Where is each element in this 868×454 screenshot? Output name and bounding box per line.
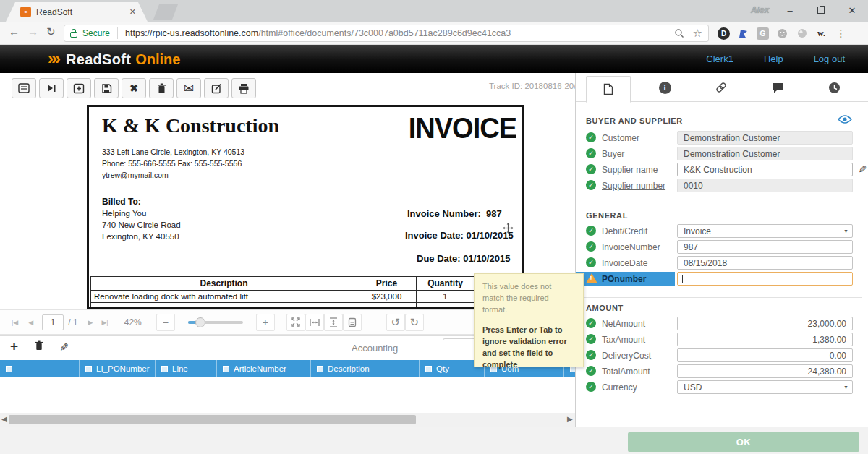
- col-checkbox[interactable]: [223, 366, 229, 372]
- tab-history[interactable]: [812, 73, 856, 102]
- zoom-icon[interactable]: [674, 28, 684, 38]
- supplier-name-field[interactable]: K&K Construction: [677, 163, 853, 176]
- ok-button[interactable]: OK: [628, 432, 859, 452]
- text-caret: [682, 275, 683, 283]
- col-checkbox[interactable]: [317, 366, 323, 372]
- tab-document-fields[interactable]: [586, 76, 631, 103]
- field-row-invoice-date: ✓ InvoiceDate 08/15/2018: [576, 256, 868, 270]
- edit-line-button[interactable]: ✎: [57, 343, 70, 352]
- extension-sphere-icon[interactable]: [796, 27, 808, 40]
- supplier-number-field[interactable]: 0010: [677, 179, 853, 192]
- invoice-number-field[interactable]: 987: [677, 240, 853, 254]
- scroll-left-arrow[interactable]: ◀: [1, 415, 7, 423]
- field-label-supplier-number[interactable]: Supplier number: [602, 181, 665, 191]
- invoice-line-table: Description Price Quantity Renovate load…: [90, 276, 522, 309]
- grid-col-description[interactable]: Description: [311, 360, 420, 377]
- col-checkbox[interactable]: [425, 366, 432, 372]
- page-number-input[interactable]: 1: [42, 314, 64, 330]
- extension-smiley-icon[interactable]: [776, 27, 788, 40]
- prev-page-button[interactable]: ◀: [28, 319, 33, 326]
- nav-help-link[interactable]: Help: [764, 53, 783, 64]
- currency-dropdown[interactable]: USD: [677, 380, 853, 394]
- tab-close-icon[interactable]: ✕: [129, 7, 136, 17]
- debit-credit-dropdown[interactable]: Invoice: [677, 224, 853, 238]
- scrollbar-thumb[interactable]: [9, 415, 416, 424]
- tab-attachments[interactable]: [699, 73, 744, 102]
- grid-col-articlenumber[interactable]: ArticleNumber: [217, 360, 311, 377]
- zoom-slider-thumb[interactable]: [195, 317, 205, 327]
- zoom-in-button[interactable]: +: [256, 314, 275, 331]
- bookmark-star-icon[interactable]: ☆: [693, 27, 702, 40]
- logo-chevrons-icon: ›››: [48, 50, 59, 67]
- field-row-total-amount: ✓ TotalAmount 24,380.00: [576, 364, 868, 378]
- nav-logout-link[interactable]: Log out: [814, 53, 845, 64]
- window-close-button[interactable]: ✕: [838, 0, 867, 20]
- batch-list-button[interactable]: [12, 78, 36, 98]
- net-amount-field[interactable]: 23,000.00: [677, 317, 853, 330]
- browser-menu-icon[interactable]: ⋮: [835, 27, 847, 40]
- zoom-slider[interactable]: [188, 321, 243, 324]
- extension-flag-icon[interactable]: [737, 27, 749, 40]
- last-page-button[interactable]: ▶|: [101, 319, 108, 326]
- grid-col-li-ponumber[interactable]: LI_PONumber: [80, 360, 156, 377]
- zoom-out-button[interactable]: −: [156, 314, 175, 331]
- window-restore-button[interactable]: [807, 0, 835, 20]
- readsoft-logo: ››› ReadSoft Online: [48, 50, 180, 68]
- window-minimize-button[interactable]: –: [775, 0, 804, 20]
- extension-w-icon[interactable]: w.: [815, 27, 827, 40]
- add-line-button[interactable]: +: [10, 338, 18, 354]
- forward-button[interactable]: →: [27, 25, 38, 38]
- line-items-grid-body[interactable]: [0, 377, 575, 413]
- rotate-right-button[interactable]: ↻: [405, 314, 424, 331]
- extension-d-icon[interactable]: D: [718, 27, 730, 40]
- add-page-button[interactable]: [67, 78, 91, 98]
- scroll-right-arrow[interactable]: ▶: [567, 415, 573, 423]
- fit-page-button[interactable]: [286, 314, 305, 331]
- col-checkbox[interactable]: [85, 366, 92, 372]
- next-page-button[interactable]: ▶: [88, 319, 93, 326]
- accounting-tab[interactable]: Accounting: [352, 343, 398, 354]
- rotate-left-button[interactable]: ↺: [386, 314, 405, 331]
- field-label-supplier-name[interactable]: Supplier name: [602, 165, 658, 175]
- col-checkbox[interactable]: [161, 366, 168, 372]
- tab-info[interactable]: i: [642, 73, 687, 102]
- full-page-view-button[interactable]: [343, 314, 362, 331]
- back-button[interactable]: ←: [9, 25, 20, 38]
- field-label-ponumber[interactable]: POnumber: [602, 274, 646, 284]
- address-bar[interactable]: Secure https://rpic-us.readsoftonline.co…: [64, 25, 709, 42]
- fit-width-button[interactable]: [305, 314, 324, 331]
- delete-line-button[interactable]: [35, 340, 43, 351]
- new-tab-button[interactable]: [153, 4, 178, 20]
- invoice-date-field[interactable]: 08/15/2018: [677, 256, 853, 270]
- browser-tab[interactable]: ››› ReadSoft ✕: [6, 2, 148, 22]
- total-amount-field[interactable]: 24,380.00: [677, 364, 853, 378]
- tab-comments[interactable]: [755, 73, 800, 102]
- delete-button[interactable]: [149, 78, 174, 98]
- select-all-checkbox[interactable]: [6, 366, 12, 372]
- buyer-field[interactable]: Demonstration Customer: [677, 147, 853, 160]
- save-button[interactable]: [94, 78, 119, 98]
- grid-select-all-column[interactable]: [0, 360, 80, 377]
- grid-col-line[interactable]: Line: [156, 360, 217, 377]
- next-document-button[interactable]: [39, 78, 64, 98]
- nav-user-link[interactable]: Clerk1: [706, 53, 733, 64]
- reject-button[interactable]: ✖: [122, 78, 146, 98]
- minimize-icon: –: [787, 5, 792, 16]
- invoice-page-preview[interactable]: K & K Construction INVOICE 333 Left Lane…: [87, 105, 524, 309]
- tax-amount-field[interactable]: 1,380.00: [677, 333, 853, 346]
- first-page-button[interactable]: |◀: [12, 319, 18, 326]
- billed-to-label: Billed To:: [102, 197, 141, 207]
- horizontal-scrollbar[interactable]: ◀ ▶: [0, 413, 575, 427]
- ok-check-icon: ✓: [586, 366, 596, 376]
- send-email-button[interactable]: ✉: [176, 78, 201, 98]
- preview-eye-icon[interactable]: [838, 114, 852, 124]
- reload-button[interactable]: ↻: [46, 25, 56, 38]
- ponumber-input[interactable]: [677, 272, 853, 286]
- edit-supplier-pencil-icon[interactable]: ✎: [856, 165, 868, 174]
- fit-height-button[interactable]: [324, 314, 343, 331]
- print-button[interactable]: [231, 78, 256, 98]
- extension-g-icon[interactable]: G: [757, 27, 769, 40]
- edit-document-button[interactable]: [204, 78, 229, 98]
- delivery-cost-field[interactable]: 0.00: [677, 348, 853, 362]
- customer-field[interactable]: Demonstration Customer: [677, 131, 853, 145]
